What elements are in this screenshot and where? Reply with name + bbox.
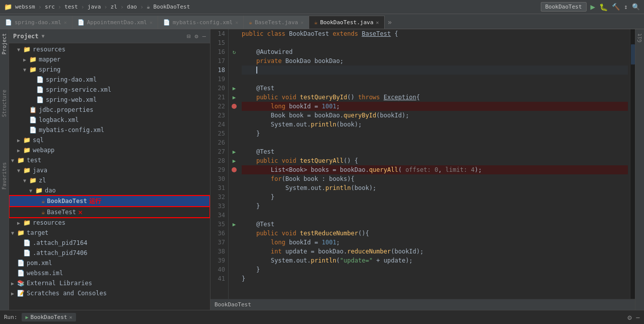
line-num: 21 bbox=[210, 93, 228, 102]
title-dao: dao bbox=[127, 4, 137, 10]
tab-overflow[interactable]: » bbox=[385, 16, 395, 29]
run-tab-close[interactable]: ✕ bbox=[69, 314, 72, 320]
list-item[interactable]: ▼ 📁 java bbox=[9, 165, 210, 175]
list-item[interactable]: ▼ 📁 test bbox=[9, 155, 210, 165]
gear-icon[interactable]: ⚙ bbox=[195, 33, 198, 40]
gutter-cell bbox=[229, 265, 240, 274]
dropdown-arrow-icon[interactable]: ▼ bbox=[42, 33, 45, 39]
hide-icon[interactable]: — bbox=[202, 33, 206, 40]
favorites-tab[interactable]: Favorites bbox=[1, 160, 8, 191]
gutter-cell-run[interactable]: ▶ bbox=[229, 147, 240, 156]
gutter-cell-reload[interactable]: ↻ bbox=[229, 47, 240, 56]
close-icon[interactable]: ✕ bbox=[235, 20, 238, 25]
list-item[interactable]: 📄 .attach_pid7406 bbox=[9, 248, 210, 258]
folder-icon: 📁 bbox=[35, 187, 43, 194]
list-item[interactable]: ▼ 📁 spring bbox=[9, 64, 210, 75]
tab-appointment-dao[interactable]: 📄 AppointmentDao.xml ✕ bbox=[73, 16, 158, 29]
list-item[interactable]: 📄 pom.xml bbox=[9, 258, 210, 268]
gutter-cell-breakpoint[interactable] bbox=[229, 102, 240, 111]
list-item[interactable]: 📄 .attach_pid7164 bbox=[9, 238, 210, 248]
list-item[interactable]: ▼ 📁 target bbox=[9, 228, 210, 238]
list-item[interactable]: ▼ 📁 zl bbox=[9, 175, 210, 185]
collapse-icon[interactable]: ⊟ bbox=[187, 33, 190, 40]
folder-icon: 📁 bbox=[17, 229, 25, 236]
list-item[interactable]: ▶ 📁 sql bbox=[9, 135, 210, 145]
list-item[interactable]: ▶ 📚 External Libraries bbox=[9, 278, 210, 288]
xml-icon: 📄 bbox=[5, 19, 12, 26]
gutter-cell-breakpoint[interactable] bbox=[229, 165, 240, 174]
list-item[interactable]: ▼ 📁 dao bbox=[9, 185, 210, 196]
gutter-cell bbox=[229, 202, 240, 211]
list-item[interactable]: 📄 mybatis-config.xml bbox=[9, 125, 210, 135]
gutter-cell bbox=[229, 256, 240, 265]
run-annotation: 运行 bbox=[89, 197, 101, 206]
xml-icon: 📄 bbox=[163, 19, 170, 26]
minimap bbox=[630, 29, 635, 299]
list-item[interactable]: 📋 jdbc.properties bbox=[9, 105, 210, 115]
title-java: java bbox=[88, 4, 101, 10]
list-item[interactable]: 📄 webssm.iml bbox=[9, 268, 210, 278]
git-tab[interactable]: Git bbox=[636, 31, 643, 44]
tree-label: java bbox=[33, 167, 47, 174]
tab-base-test[interactable]: ☕ BaseTest.java ✕ bbox=[244, 16, 309, 29]
tab-spring-dao[interactable]: 📄 spring-dao.xml ✕ bbox=[0, 16, 73, 29]
tree-label: spring-dao.xml bbox=[46, 76, 97, 83]
search-icon[interactable]: 🔍 bbox=[632, 3, 640, 11]
line-num: 30 bbox=[210, 174, 228, 183]
gutter-cell-run[interactable]: ▶ bbox=[229, 93, 240, 102]
tree-label-book-dao-test: BookDaoTest bbox=[47, 198, 87, 205]
gutter-cell-run[interactable]: ▶ bbox=[229, 84, 240, 93]
tab-mybatis-config[interactable]: 📄 mybatis-config.xml ✕ bbox=[158, 16, 244, 29]
list-item[interactable]: ▶ 📁 mapper bbox=[9, 54, 210, 64]
gutter-cell bbox=[229, 38, 240, 47]
code-line: } bbox=[242, 274, 628, 283]
settings-icon[interactable]: ⚙ bbox=[627, 313, 631, 321]
minimize-icon[interactable]: − bbox=[636, 313, 640, 321]
run-config-label: BookDaoTest bbox=[541, 2, 587, 12]
line-num: 19 bbox=[210, 75, 228, 84]
code-area: 14 15 16 17 18 19 20 21 22 23 24 25 26 2… bbox=[210, 29, 635, 299]
run-tab[interactable]: ▶ BookDaoTest ✕ bbox=[22, 313, 77, 321]
list-item-book-dao-test[interactable]: ☕ BookDaoTest 运行 bbox=[9, 196, 210, 207]
scratches-item[interactable]: ▶ 📝 Scratches and Consoles bbox=[9, 288, 210, 298]
structure-tab[interactable]: Structure bbox=[1, 88, 8, 119]
title-sep6: › bbox=[140, 4, 144, 11]
run-triangle-icon: ▶ bbox=[26, 314, 29, 320]
close-icon[interactable]: ✕ bbox=[150, 20, 153, 25]
git-button[interactable]: ↕ bbox=[624, 3, 628, 11]
tab-book-dao-test[interactable]: ☕ BookDaoTest.java ✕ bbox=[309, 16, 385, 29]
close-icon[interactable]: ✕ bbox=[64, 20, 67, 25]
gutter-cell bbox=[229, 138, 240, 147]
debug-button[interactable]: 🐛 bbox=[599, 3, 608, 11]
title-test: test bbox=[64, 4, 78, 10]
line-num: 17 bbox=[210, 56, 228, 66]
list-item[interactable]: ▶ 📁 resources bbox=[9, 218, 210, 228]
close-icon[interactable]: ✕ bbox=[301, 20, 304, 25]
run-button[interactable]: ▶ bbox=[591, 2, 596, 12]
code-lines[interactable]: public class BookDaoTest extends BaseTes… bbox=[240, 29, 630, 299]
project-tab[interactable]: Project bbox=[1, 31, 8, 56]
gutter-cell-run[interactable]: ▶ bbox=[229, 156, 240, 165]
close-icon[interactable]: ✕ bbox=[376, 20, 379, 25]
build-button[interactable]: 🔨 bbox=[612, 3, 620, 11]
code-line-cursor bbox=[242, 66, 628, 75]
tree-label: resources bbox=[33, 46, 65, 53]
list-item[interactable]: ▶ 📁 webapp bbox=[9, 145, 210, 155]
gutter-cell bbox=[229, 111, 240, 120]
code-line: } bbox=[242, 192, 628, 202]
gutter-cell-run[interactable]: ▶ bbox=[229, 220, 240, 229]
list-item-base-test[interactable]: ☕ BaseTest ✕ bbox=[9, 207, 210, 218]
chevron-down-icon: ▼ bbox=[17, 47, 23, 52]
chevron-down-icon: ▼ bbox=[29, 188, 35, 193]
tree-label: zl bbox=[39, 177, 46, 184]
list-item[interactable]: 📄 logback.xml bbox=[9, 115, 210, 125]
list-item[interactable]: ▼ 📁 resources bbox=[9, 44, 210, 54]
list-item[interactable]: 📄 spring-service.xml bbox=[9, 85, 210, 95]
folder-icon: 📁 bbox=[17, 157, 25, 164]
xml-file-icon: 📄 bbox=[36, 76, 44, 83]
list-item[interactable]: 📄 spring-dao.xml bbox=[9, 75, 210, 85]
list-item[interactable]: 📄 spring-web.xml bbox=[9, 95, 210, 105]
breakpoint-dot bbox=[232, 167, 237, 172]
tree-label: dao bbox=[45, 187, 56, 194]
bottom-panel: Run: ▶ BookDaoTest ✕ ⚙ − bbox=[0, 310, 644, 324]
